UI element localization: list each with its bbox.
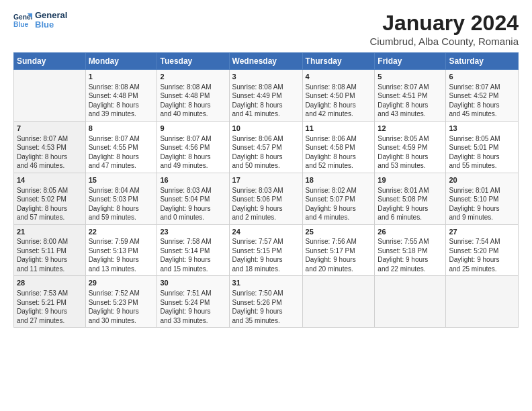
calendar-cell: 23Sunrise: 7:58 AM Sunset: 5:14 PM Dayli… bbox=[157, 224, 229, 276]
calendar-header-row: SundayMondayTuesdayWednesdayThursdayFrid… bbox=[14, 53, 519, 70]
calendar-cell: 5Sunrise: 8:07 AM Sunset: 4:51 PM Daylig… bbox=[375, 70, 446, 122]
day-info: Sunrise: 8:08 AM Sunset: 4:49 PM Dayligh… bbox=[232, 83, 300, 119]
day-number: 24 bbox=[232, 227, 300, 237]
day-info: Sunrise: 7:58 AM Sunset: 5:14 PM Dayligh… bbox=[160, 237, 226, 273]
day-info: Sunrise: 8:05 AM Sunset: 5:02 PM Dayligh… bbox=[17, 186, 83, 222]
calendar-cell: 10Sunrise: 8:06 AM Sunset: 4:57 PM Dayli… bbox=[229, 121, 302, 173]
day-info: Sunrise: 8:02 AM Sunset: 5:07 PM Dayligh… bbox=[306, 186, 372, 222]
calendar-cell: 21Sunrise: 8:00 AM Sunset: 5:11 PM Dayli… bbox=[14, 224, 86, 276]
calendar-cell bbox=[446, 276, 519, 328]
day-info: Sunrise: 7:52 AM Sunset: 5:23 PM Dayligh… bbox=[89, 289, 154, 325]
title-block: January 2024 Ciumbrud, Alba County, Roma… bbox=[370, 11, 519, 47]
day-info: Sunrise: 8:01 AM Sunset: 5:10 PM Dayligh… bbox=[449, 186, 515, 222]
calendar-cell: 31Sunrise: 7:50 AM Sunset: 5:26 PM Dayli… bbox=[229, 276, 302, 328]
day-number: 15 bbox=[89, 175, 154, 185]
calendar-cell: 29Sunrise: 7:52 AM Sunset: 5:23 PM Dayli… bbox=[85, 276, 157, 328]
calendar-week-row: 1Sunrise: 8:08 AM Sunset: 4:48 PM Daylig… bbox=[14, 70, 519, 122]
day-info: Sunrise: 7:59 AM Sunset: 5:13 PM Dayligh… bbox=[89, 237, 154, 273]
calendar-cell: 7Sunrise: 8:07 AM Sunset: 4:53 PM Daylig… bbox=[14, 121, 86, 173]
page-subtitle: Ciumbrud, Alba County, Romania bbox=[370, 36, 519, 47]
calendar-week-row: 21Sunrise: 8:00 AM Sunset: 5:11 PM Dayli… bbox=[14, 224, 519, 276]
calendar-col-header: Saturday bbox=[446, 53, 519, 70]
calendar-cell: 22Sunrise: 7:59 AM Sunset: 5:13 PM Dayli… bbox=[85, 224, 157, 276]
day-info: Sunrise: 8:05 AM Sunset: 5:01 PM Dayligh… bbox=[449, 134, 515, 171]
calendar-cell: 24Sunrise: 7:57 AM Sunset: 5:15 PM Dayli… bbox=[229, 224, 302, 276]
day-number: 1 bbox=[89, 72, 154, 82]
day-info: Sunrise: 8:01 AM Sunset: 5:08 PM Dayligh… bbox=[378, 186, 443, 222]
calendar-cell: 1Sunrise: 8:08 AM Sunset: 4:48 PM Daylig… bbox=[85, 70, 157, 122]
calendar-cell bbox=[302, 276, 375, 328]
day-info: Sunrise: 8:08 AM Sunset: 4:50 PM Dayligh… bbox=[306, 83, 372, 119]
logo: General Blue General Blue bbox=[13, 11, 67, 30]
day-number: 9 bbox=[160, 124, 226, 134]
day-info: Sunrise: 7:55 AM Sunset: 5:18 PM Dayligh… bbox=[378, 237, 443, 273]
day-info: Sunrise: 8:00 AM Sunset: 5:11 PM Dayligh… bbox=[17, 237, 83, 273]
day-info: Sunrise: 7:51 AM Sunset: 5:24 PM Dayligh… bbox=[160, 289, 226, 325]
day-number: 7 bbox=[17, 124, 83, 134]
day-info: Sunrise: 8:08 AM Sunset: 4:48 PM Dayligh… bbox=[89, 83, 154, 119]
day-number: 19 bbox=[378, 175, 443, 185]
page-title: January 2024 bbox=[370, 11, 519, 36]
svg-text:Blue: Blue bbox=[13, 21, 29, 29]
day-number: 16 bbox=[160, 175, 226, 185]
day-info: Sunrise: 8:07 AM Sunset: 4:56 PM Dayligh… bbox=[160, 134, 226, 171]
day-number: 23 bbox=[160, 227, 226, 237]
day-number: 20 bbox=[449, 175, 515, 185]
calendar-week-row: 14Sunrise: 8:05 AM Sunset: 5:02 PM Dayli… bbox=[14, 173, 519, 224]
calendar-cell: 20Sunrise: 8:01 AM Sunset: 5:10 PM Dayli… bbox=[446, 173, 519, 224]
calendar-cell: 2Sunrise: 8:08 AM Sunset: 4:48 PM Daylig… bbox=[157, 70, 229, 122]
calendar-cell: 13Sunrise: 8:05 AM Sunset: 5:01 PM Dayli… bbox=[446, 121, 519, 173]
day-info: Sunrise: 7:56 AM Sunset: 5:17 PM Dayligh… bbox=[306, 237, 372, 273]
calendar-col-header: Tuesday bbox=[157, 53, 229, 70]
day-number: 10 bbox=[232, 124, 300, 134]
calendar-cell: 25Sunrise: 7:56 AM Sunset: 5:17 PM Dayli… bbox=[302, 224, 375, 276]
day-number: 28 bbox=[17, 278, 83, 288]
calendar-cell bbox=[375, 276, 446, 328]
calendar-cell: 4Sunrise: 8:08 AM Sunset: 4:50 PM Daylig… bbox=[302, 70, 375, 122]
calendar-week-row: 7Sunrise: 8:07 AM Sunset: 4:53 PM Daylig… bbox=[14, 121, 519, 173]
day-number: 6 bbox=[449, 72, 515, 82]
day-number: 3 bbox=[232, 72, 300, 82]
calendar-cell: 14Sunrise: 8:05 AM Sunset: 5:02 PM Dayli… bbox=[14, 173, 86, 224]
calendar-table: SundayMondayTuesdayWednesdayThursdayFrid… bbox=[13, 52, 519, 328]
day-info: Sunrise: 8:03 AM Sunset: 5:06 PM Dayligh… bbox=[232, 186, 300, 222]
header: General Blue General Blue January 2024 C… bbox=[13, 11, 519, 47]
day-number: 18 bbox=[306, 175, 372, 185]
calendar-cell: 17Sunrise: 8:03 AM Sunset: 5:06 PM Dayli… bbox=[229, 173, 302, 224]
day-info: Sunrise: 7:54 AM Sunset: 5:20 PM Dayligh… bbox=[449, 237, 515, 273]
day-number: 13 bbox=[449, 124, 515, 134]
day-number: 29 bbox=[89, 278, 154, 288]
calendar-cell: 15Sunrise: 8:04 AM Sunset: 5:03 PM Dayli… bbox=[85, 173, 157, 224]
calendar-col-header: Friday bbox=[375, 53, 446, 70]
day-number: 17 bbox=[232, 175, 300, 185]
day-info: Sunrise: 8:06 AM Sunset: 4:57 PM Dayligh… bbox=[232, 134, 300, 171]
calendar-col-header: Thursday bbox=[302, 53, 375, 70]
day-number: 11 bbox=[306, 124, 372, 134]
day-number: 8 bbox=[89, 124, 154, 134]
day-number: 27 bbox=[449, 227, 515, 237]
calendar-cell: 6Sunrise: 8:07 AM Sunset: 4:52 PM Daylig… bbox=[446, 70, 519, 122]
logo-general: General bbox=[35, 11, 67, 20]
day-info: Sunrise: 8:03 AM Sunset: 5:04 PM Dayligh… bbox=[160, 186, 226, 222]
day-number: 5 bbox=[378, 72, 443, 82]
day-info: Sunrise: 8:07 AM Sunset: 4:53 PM Dayligh… bbox=[17, 134, 83, 171]
calendar-cell: 30Sunrise: 7:51 AM Sunset: 5:24 PM Dayli… bbox=[157, 276, 229, 328]
calendar-cell: 8Sunrise: 8:07 AM Sunset: 4:55 PM Daylig… bbox=[85, 121, 157, 173]
day-info: Sunrise: 7:53 AM Sunset: 5:21 PM Dayligh… bbox=[17, 289, 83, 325]
day-info: Sunrise: 8:04 AM Sunset: 5:03 PM Dayligh… bbox=[89, 186, 154, 222]
calendar-cell: 27Sunrise: 7:54 AM Sunset: 5:20 PM Dayli… bbox=[446, 224, 519, 276]
calendar-week-row: 28Sunrise: 7:53 AM Sunset: 5:21 PM Dayli… bbox=[14, 276, 519, 328]
day-info: Sunrise: 8:05 AM Sunset: 4:59 PM Dayligh… bbox=[378, 134, 443, 171]
day-info: Sunrise: 8:07 AM Sunset: 4:51 PM Dayligh… bbox=[378, 83, 443, 119]
logo-icon: General Blue bbox=[13, 11, 32, 30]
day-number: 22 bbox=[89, 227, 154, 237]
page: General Blue General Blue January 2024 C… bbox=[0, 0, 532, 411]
calendar-cell: 19Sunrise: 8:01 AM Sunset: 5:08 PM Dayli… bbox=[375, 173, 446, 224]
day-number: 14 bbox=[17, 175, 83, 185]
day-info: Sunrise: 8:06 AM Sunset: 4:58 PM Dayligh… bbox=[306, 134, 372, 171]
day-number: 26 bbox=[378, 227, 443, 237]
day-number: 30 bbox=[160, 278, 226, 288]
calendar-cell: 28Sunrise: 7:53 AM Sunset: 5:21 PM Dayli… bbox=[14, 276, 86, 328]
day-info: Sunrise: 8:07 AM Sunset: 4:52 PM Dayligh… bbox=[449, 83, 515, 119]
day-info: Sunrise: 8:08 AM Sunset: 4:48 PM Dayligh… bbox=[160, 83, 226, 119]
